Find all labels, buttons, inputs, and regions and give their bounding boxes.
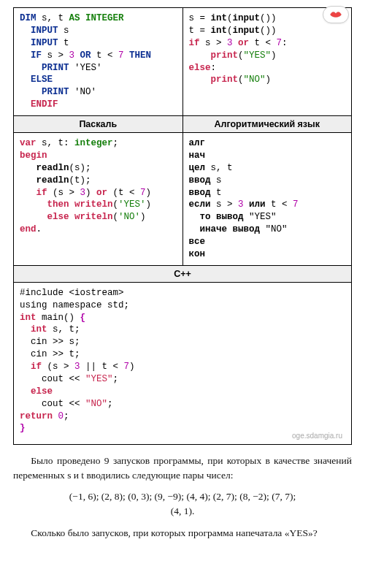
para1-text: Было проведено 9 запусков программы, при… [13,455,352,481]
algo-cell: алг нач цел s, t ввод s ввод t если s > … [182,133,352,266]
algo-header: Алгоритмический язык [182,116,352,133]
problem-text: Было проведено 9 запусков программы, при… [13,454,352,540]
pairs-line1: (−1, 6); (2, 8); (0, 3); (9, −9); (4, 4)… [69,491,296,502]
lips-icon [329,9,342,20]
pairs-block: (−1, 6); (2, 8); (0, 3); (9, −9); (4, 4)… [13,489,352,518]
python-code: s = int(input()) t = int(input()) if s >… [189,12,346,86]
pascal-code: var s, t: integer; begin readln(s); read… [20,137,177,236]
basic-code: DIM s, t AS INTEGER INPUT s INPUT t IF s… [20,12,177,111]
cpp-code: #include <iostream> using namespace std;… [20,287,345,435]
python-cell: s = int(input()) t = int(input()) if s >… [182,8,352,116]
pairs-line2: (4, 1). [171,505,195,516]
para2-text: Сколько было запусков, при которых прогр… [31,527,317,538]
bookmark-button[interactable] [323,6,349,23]
basic-cell: DIM s, t AS INTEGER INPUT s INPUT t IF s… [14,8,183,116]
cpp-header: С++ [14,265,352,282]
pascal-cell: var s, t: integer; begin readln(s); read… [14,133,183,266]
paragraph-1: Было проведено 9 запусков программы, при… [13,454,352,482]
document-page: DIM s, t AS INTEGER INPUT s INPUT t IF s… [0,0,365,588]
pascal-header: Паскаль [14,116,183,133]
cpp-cell: #include <iostream> using namespace std;… [14,282,352,445]
code-table: DIM s, t AS INTEGER INPUT s INPUT t IF s… [13,7,352,445]
algo-code: алг нач цел s, t ввод s ввод t если s > … [189,137,346,261]
watermark: oge.sdamgia.ru [20,432,345,440]
paragraph-2: Сколько было запусков, при которых прогр… [13,526,352,541]
